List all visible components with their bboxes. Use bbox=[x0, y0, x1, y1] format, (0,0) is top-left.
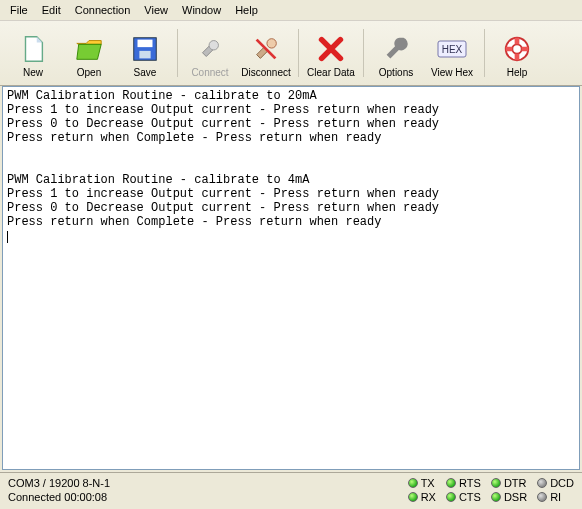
plug-connect-icon bbox=[194, 33, 226, 65]
led-indicator-icon bbox=[537, 478, 547, 488]
svg-rect-2 bbox=[139, 51, 150, 59]
plug-disconnect-icon bbox=[250, 33, 282, 65]
svg-point-4 bbox=[267, 39, 276, 48]
new-button[interactable]: New bbox=[6, 25, 60, 81]
led-indicator-icon bbox=[491, 492, 501, 502]
clear-label: Clear Data bbox=[307, 67, 355, 78]
status-connected: Connected 00:00:08 bbox=[8, 491, 110, 503]
view-hex-button[interactable]: HEX View Hex bbox=[425, 25, 479, 81]
clear-data-button[interactable]: Clear Data bbox=[304, 25, 358, 81]
toolbar: New Open Save Connect Disconnect Clear D… bbox=[0, 21, 582, 86]
lifebuoy-help-icon bbox=[501, 33, 533, 65]
led-indicator-icon bbox=[491, 478, 501, 488]
led-indicator-icon bbox=[408, 478, 418, 488]
led-label: CTS bbox=[459, 491, 481, 503]
toolbar-separator bbox=[363, 29, 364, 77]
open-button[interactable]: Open bbox=[62, 25, 116, 81]
menu-bar: File Edit Connection View Window Help bbox=[0, 0, 582, 21]
status-leds: TXRTSDTRDCDRXCTSDSRRI bbox=[408, 477, 574, 503]
led-label: DCD bbox=[550, 477, 574, 489]
hex-icon: HEX bbox=[436, 33, 468, 65]
led-rts: RTS bbox=[446, 477, 481, 489]
led-dsr: DSR bbox=[491, 491, 527, 503]
led-dcd: DCD bbox=[537, 477, 574, 489]
led-cts: CTS bbox=[446, 491, 481, 503]
svg-point-3 bbox=[209, 41, 218, 50]
open-label: Open bbox=[77, 67, 101, 78]
led-tx: TX bbox=[408, 477, 436, 489]
status-bar: COM3 / 19200 8-N-1 Connected 00:00:08 TX… bbox=[0, 472, 582, 509]
text-caret bbox=[7, 231, 8, 243]
svg-rect-1 bbox=[138, 40, 153, 48]
wrench-options-icon bbox=[380, 33, 412, 65]
menu-window[interactable]: Window bbox=[176, 2, 227, 18]
save-label: Save bbox=[134, 67, 157, 78]
led-ri: RI bbox=[537, 491, 574, 503]
delete-x-icon bbox=[315, 33, 347, 65]
connect-button[interactable]: Connect bbox=[183, 25, 237, 81]
menu-view[interactable]: View bbox=[138, 2, 174, 18]
help-button[interactable]: Help bbox=[490, 25, 544, 81]
floppy-save-icon bbox=[129, 33, 161, 65]
toolbar-separator bbox=[177, 29, 178, 77]
options-label: Options bbox=[379, 67, 413, 78]
save-button[interactable]: Save bbox=[118, 25, 172, 81]
svg-text:HEX: HEX bbox=[442, 44, 463, 55]
led-indicator-icon bbox=[446, 492, 456, 502]
disconnect-label: Disconnect bbox=[241, 67, 290, 78]
menu-file[interactable]: File bbox=[4, 2, 34, 18]
menu-connection[interactable]: Connection bbox=[69, 2, 137, 18]
led-label: DSR bbox=[504, 491, 527, 503]
led-indicator-icon bbox=[537, 492, 547, 502]
disconnect-button[interactable]: Disconnect bbox=[239, 25, 293, 81]
new-label: New bbox=[23, 67, 43, 78]
toolbar-separator bbox=[298, 29, 299, 77]
led-label: RX bbox=[421, 491, 436, 503]
folder-open-icon bbox=[73, 33, 105, 65]
terminal-output[interactable]: PWM Calibration Routine - calibrate to 2… bbox=[2, 86, 580, 470]
menu-edit[interactable]: Edit bbox=[36, 2, 67, 18]
viewhex-label: View Hex bbox=[431, 67, 473, 78]
led-label: RI bbox=[550, 491, 561, 503]
led-indicator-icon bbox=[408, 492, 418, 502]
connect-label: Connect bbox=[191, 67, 228, 78]
led-label: TX bbox=[421, 477, 435, 489]
svg-point-9 bbox=[512, 44, 521, 53]
status-port: COM3 / 19200 8-N-1 bbox=[8, 477, 110, 489]
help-label: Help bbox=[507, 67, 528, 78]
file-new-icon bbox=[17, 33, 49, 65]
led-dtr: DTR bbox=[491, 477, 527, 489]
menu-help[interactable]: Help bbox=[229, 2, 264, 18]
led-indicator-icon bbox=[446, 478, 456, 488]
toolbar-separator bbox=[484, 29, 485, 77]
led-label: RTS bbox=[459, 477, 481, 489]
led-rx: RX bbox=[408, 491, 436, 503]
options-button[interactable]: Options bbox=[369, 25, 423, 81]
led-label: DTR bbox=[504, 477, 527, 489]
